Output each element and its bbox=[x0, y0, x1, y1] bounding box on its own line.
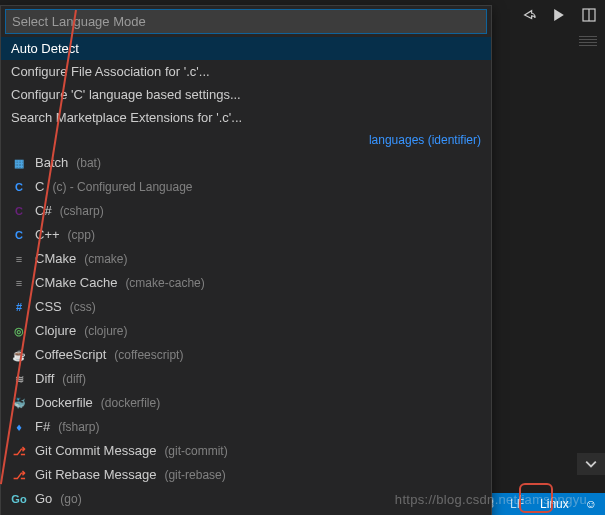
language-label: Clojure bbox=[35, 322, 76, 340]
language-item[interactable]: ▦Batch(bat) bbox=[1, 151, 491, 175]
language-identifier: (fsharp) bbox=[58, 418, 99, 436]
language-icon: # bbox=[11, 299, 27, 315]
play-icon[interactable] bbox=[551, 7, 567, 23]
language-icon: C bbox=[11, 203, 27, 219]
language-icon: ⎇ bbox=[11, 443, 27, 459]
language-item[interactable]: CC#(csharp) bbox=[1, 199, 491, 223]
language-identifier: (go) bbox=[60, 490, 81, 508]
language-label: CMake Cache bbox=[35, 274, 117, 292]
language-icon: ≋ bbox=[11, 371, 27, 387]
command-list: Auto Detect Configure File Association f… bbox=[1, 37, 491, 129]
language-item[interactable]: CC++(cpp) bbox=[1, 223, 491, 247]
language-label: Go bbox=[35, 490, 52, 508]
cmd-search-marketplace[interactable]: Search Marketplace Extensions for '.c'..… bbox=[1, 106, 491, 129]
language-identifier: (css) bbox=[70, 298, 96, 316]
language-label: C# bbox=[35, 202, 52, 220]
language-label: CSS bbox=[35, 298, 62, 316]
panel-collapse-button[interactable] bbox=[577, 453, 605, 475]
language-item[interactable]: ≋Diff(diff) bbox=[1, 367, 491, 391]
language-icon: ▦ bbox=[11, 155, 27, 171]
status-language[interactable]: Linux bbox=[532, 497, 577, 511]
minimap[interactable] bbox=[579, 34, 597, 46]
language-mode-picker: Auto Detect Configure File Association f… bbox=[0, 5, 492, 515]
language-label: C bbox=[35, 178, 44, 196]
language-identifier: (git-rebase) bbox=[164, 466, 225, 484]
language-label: Dockerfile bbox=[35, 394, 93, 412]
share-icon[interactable] bbox=[521, 7, 537, 23]
language-item[interactable]: #CSS(css) bbox=[1, 295, 491, 319]
language-identifier: (cmake) bbox=[84, 250, 127, 268]
language-item[interactable]: ★Groovy(groovy) bbox=[1, 511, 491, 515]
language-label: C++ bbox=[35, 226, 60, 244]
language-icon: ≡ bbox=[11, 275, 27, 291]
language-icon: 🐳 bbox=[11, 395, 27, 411]
status-eol[interactable]: LF bbox=[502, 497, 532, 511]
language-label: CoffeeScript bbox=[35, 346, 106, 364]
cmd-configure-lang-settings[interactable]: Configure 'C' language based settings... bbox=[1, 83, 491, 106]
language-icon: ☕ bbox=[11, 347, 27, 363]
language-label: Diff bbox=[35, 370, 54, 388]
language-label: Git Commit Message bbox=[35, 442, 156, 460]
language-icon: Go bbox=[11, 491, 27, 507]
language-item[interactable]: CC(c) - Configured Language bbox=[1, 175, 491, 199]
languages-header: languages (identifier) bbox=[1, 129, 491, 151]
language-icon: ◎ bbox=[11, 323, 27, 339]
search-input[interactable] bbox=[5, 9, 487, 34]
language-identifier: (cmake-cache) bbox=[125, 274, 204, 292]
language-icon: ⎇ bbox=[11, 467, 27, 483]
cmd-auto-detect[interactable]: Auto Detect bbox=[1, 37, 491, 60]
language-item[interactable]: ◎Clojure(clojure) bbox=[1, 319, 491, 343]
language-identifier: (clojure) bbox=[84, 322, 127, 340]
language-list: ▦Batch(bat)CC(c) - Configured LanguageCC… bbox=[1, 151, 491, 515]
language-identifier: (git-commit) bbox=[164, 442, 227, 460]
split-icon[interactable] bbox=[581, 7, 597, 23]
language-item[interactable]: ≡CMake Cache(cmake-cache) bbox=[1, 271, 491, 295]
language-identifier: (csharp) bbox=[60, 202, 104, 220]
language-item[interactable]: ≡CMake(cmake) bbox=[1, 247, 491, 271]
language-item[interactable]: ♦F#(fsharp) bbox=[1, 415, 491, 439]
language-item[interactable]: ⎇Git Commit Message(git-commit) bbox=[1, 439, 491, 463]
language-identifier: (cpp) bbox=[68, 226, 95, 244]
language-identifier: (c) - Configured Language bbox=[52, 178, 192, 196]
language-label: Git Rebase Message bbox=[35, 466, 156, 484]
language-label: CMake bbox=[35, 250, 76, 268]
language-item[interactable]: ⎇Git Rebase Message(git-rebase) bbox=[1, 463, 491, 487]
language-icon: ≡ bbox=[11, 251, 27, 267]
language-icon: ♦ bbox=[11, 419, 27, 435]
language-item[interactable]: GoGo(go) bbox=[1, 487, 491, 511]
languages-header-label: languages (identifier) bbox=[369, 133, 481, 147]
language-label: F# bbox=[35, 418, 50, 436]
language-icon: C bbox=[11, 179, 27, 195]
language-identifier: (bat) bbox=[76, 154, 101, 172]
search-row bbox=[1, 6, 491, 37]
language-item[interactable]: ☕CoffeeScript(coffeescript) bbox=[1, 343, 491, 367]
language-item[interactable]: 🐳Dockerfile(dockerfile) bbox=[1, 391, 491, 415]
language-identifier: (coffeescript) bbox=[114, 346, 183, 364]
language-label: Batch bbox=[35, 154, 68, 172]
language-icon: C bbox=[11, 227, 27, 243]
language-identifier: (diff) bbox=[62, 370, 86, 388]
language-identifier: (dockerfile) bbox=[101, 394, 160, 412]
status-feedback-icon[interactable]: ☺ bbox=[577, 497, 605, 511]
cmd-configure-file-assoc[interactable]: Configure File Association for '.c'... bbox=[1, 60, 491, 83]
